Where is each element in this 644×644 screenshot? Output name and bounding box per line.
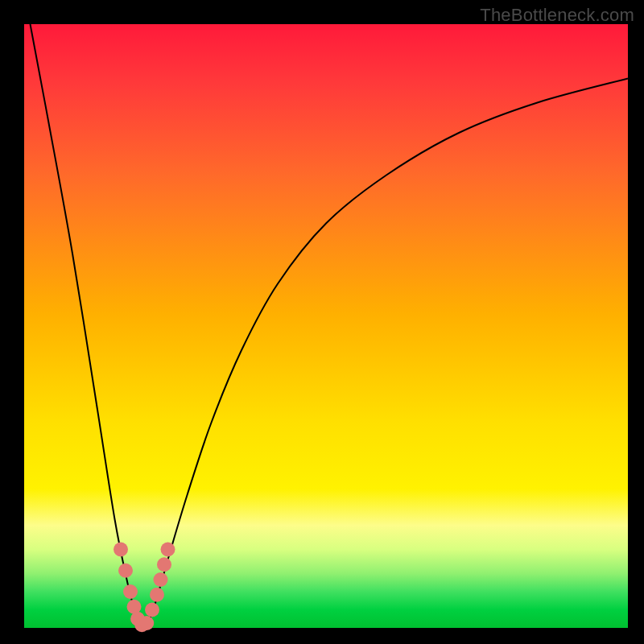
- marker-dot: [139, 616, 154, 630]
- curve-left-branch: [31, 24, 146, 628]
- curve-right-branch: [145, 79, 628, 629]
- marker-dot: [118, 564, 133, 578]
- marker-dot: [161, 543, 175, 557]
- marker-dot: [157, 557, 171, 572]
- marker-group: [114, 543, 175, 633]
- marker-dot: [114, 543, 128, 557]
- marker-dot: [145, 603, 159, 617]
- marker-dot: [154, 572, 168, 587]
- chart-svg: [24, 24, 628, 628]
- marker-dot: [150, 588, 164, 602]
- marker-dot: [123, 584, 138, 599]
- attribution-text: TheBottleneck.com: [480, 5, 634, 26]
